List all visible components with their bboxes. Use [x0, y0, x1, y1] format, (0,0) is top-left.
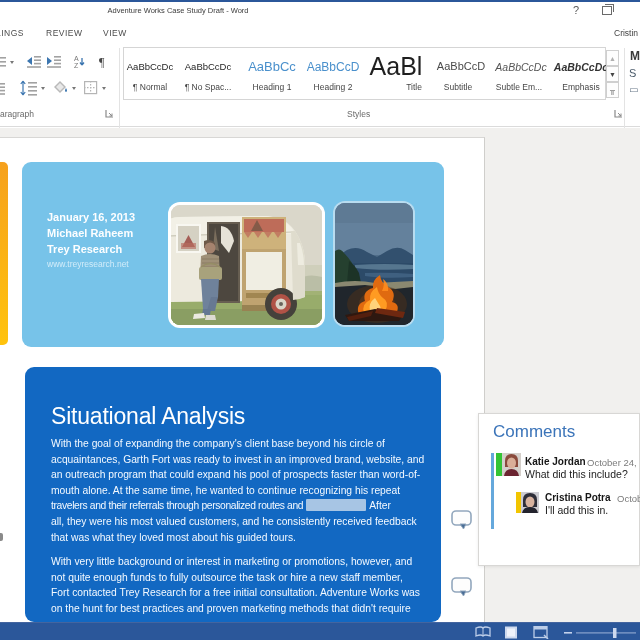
svg-text:Z: Z — [74, 62, 79, 69]
svg-text:¶: ¶ — [99, 55, 105, 69]
svg-text:A: A — [74, 55, 79, 62]
